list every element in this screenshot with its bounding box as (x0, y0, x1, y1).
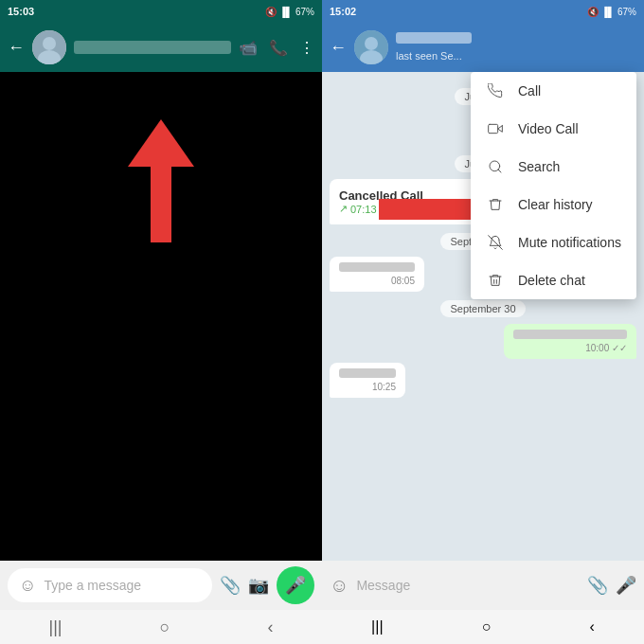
left-panel: 15:03 🔇 ▐▌ 67% ← 📹 📞 ⋮ (0, 0, 322, 644)
left-time: 15:03 (8, 6, 34, 17)
right-avatar-image (354, 30, 388, 64)
video-call-icon[interactable]: 📹 (239, 39, 258, 57)
mute-menu-icon (486, 235, 505, 250)
menu-item-mute[interactable]: Mute notifications (471, 224, 636, 261)
video-svg (488, 121, 503, 136)
nav-back-icon[interactable]: ‹ (267, 617, 273, 637)
bubble-time-3: 10:00 ✓✓ (513, 343, 627, 353)
trash-svg (488, 273, 503, 288)
arrow-icon: ↗ (339, 203, 348, 215)
menu-item-search[interactable]: Search (471, 148, 636, 186)
call-menu-icon (486, 83, 505, 98)
signal-icon-right: ▐▌ (601, 7, 615, 17)
right-chat-header: ← last seen Se... (322, 23, 644, 72)
mute-icon: 🔇 (265, 7, 277, 17)
clear-history-menu-label: Clear history (518, 197, 593, 212)
right-contact-name (396, 32, 472, 44)
bubble-time-4: 10:25 (339, 382, 396, 392)
delete-chat-menu-label: Delete chat (518, 273, 585, 288)
attachment-icon[interactable]: 📎 (220, 575, 241, 596)
svg-line-10 (489, 236, 503, 250)
right-message-placeholder: Message (356, 578, 410, 593)
call-menu-label: Call (518, 83, 541, 98)
bubble-time-2: 08:05 (339, 276, 415, 286)
bubble-content-3 (513, 330, 627, 339)
right-input-bar: ☺ Message 📎 🎤 (322, 561, 644, 610)
left-chat-header: ← 📹 📞 ⋮ (0, 23, 322, 72)
right-nav-home-icon[interactable]: ○ (482, 618, 492, 635)
header-action-icons: 📹 📞 ⋮ (239, 39, 314, 57)
emoji-icon[interactable]: ☺ (19, 576, 36, 596)
search-svg (488, 159, 503, 174)
mute-icon-right: 🔇 (587, 7, 599, 17)
video-call-menu-label: Video Call (518, 121, 579, 136)
right-time: 15:02 (330, 6, 356, 17)
right-panel: 15:02 🔇 ▐▌ 67% ← last seen Se... (322, 0, 644, 644)
contact-avatar (32, 30, 66, 64)
right-attachment-icon[interactable]: 📎 (587, 575, 608, 596)
right-contact-avatar (354, 30, 388, 64)
date-badge-sep30: September 30 (330, 299, 636, 316)
camera-icon[interactable]: 📷 (248, 575, 269, 596)
delete-chat-menu-icon (486, 273, 505, 288)
svg-point-4 (365, 37, 378, 50)
search-menu-icon (486, 159, 505, 174)
right-mic-icon[interactable]: 🎤 (616, 575, 636, 596)
menu-item-clear-history[interactable]: Clear history (471, 186, 636, 224)
signal-icon: ▐▌ (279, 7, 293, 17)
menu-item-call[interactable]: Call (471, 72, 636, 110)
svg-marker-7 (498, 126, 503, 133)
cancelled-call-time-text: 07:13 (350, 204, 377, 215)
avatar-image (32, 30, 66, 64)
mic-button[interactable]: 🎤 (277, 566, 314, 604)
message-bubble-3: 10:00 ✓✓ (330, 324, 636, 359)
left-nav-bar: ||| ○ ‹ (0, 610, 322, 644)
context-menu: Call Video Call Search Clear history (471, 72, 636, 299)
last-seen-text: last seen Se... (396, 50, 462, 62)
arrow-up-head (128, 119, 194, 167)
right-status-icons: 🔇 ▐▌ 67% (587, 7, 636, 17)
menu-item-delete-chat[interactable]: Delete chat (471, 261, 636, 299)
video-call-menu-icon (486, 121, 505, 136)
right-message-input[interactable]: Message (356, 568, 580, 602)
phone-svg (488, 83, 503, 98)
bubble-content-2 (339, 262, 415, 272)
arrow-up-indicator (128, 119, 194, 242)
right-back-button[interactable]: ← (330, 38, 347, 58)
search-menu-label: Search (518, 159, 560, 174)
left-status-bar: 15:03 🔇 ▐▌ 67% (0, 0, 322, 23)
right-emoji-icon[interactable]: ☺ (330, 575, 349, 597)
right-nav-recents-icon[interactable]: ||| (371, 618, 383, 635)
received-bubble-2: 10:25 (330, 363, 405, 398)
message-bubble-4: 10:25 (330, 363, 636, 398)
nav-recents-icon[interactable]: ||| (49, 617, 63, 637)
more-options-icon[interactable]: ⋮ (299, 39, 314, 57)
left-input-bar: ☺ Type a message 📎 📷 🎤 (0, 561, 322, 610)
arrow-right-body (379, 199, 474, 220)
left-chat-area (0, 72, 322, 561)
back-button[interactable]: ← (8, 38, 25, 58)
right-nav-bar: ||| ○ ‹ (322, 610, 644, 644)
right-nav-back-icon[interactable]: ‹ (590, 618, 595, 635)
right-status-bar: 15:02 🔇 ▐▌ 67% (322, 0, 644, 23)
phone-icon[interactable]: 📞 (269, 39, 288, 57)
nav-home-icon[interactable]: ○ (160, 617, 170, 637)
bubble-content-4 (339, 368, 396, 378)
mute-menu-label: Mute notifications (518, 235, 621, 250)
battery-icon: 67% (295, 7, 314, 17)
message-input-area[interactable]: ☺ Type a message (8, 568, 212, 602)
clear-history-menu-icon (486, 197, 505, 212)
battery-icon-right: 67% (617, 7, 636, 17)
menu-item-video-call[interactable]: Video Call (471, 110, 636, 148)
clear-svg (488, 197, 503, 212)
bell-svg (488, 235, 503, 250)
arrow-up-body (151, 167, 171, 242)
sent-bubble-2: 10:00 ✓✓ (504, 324, 636, 359)
message-placeholder: Type a message (44, 578, 201, 593)
right-contact-info: last seen Se... (396, 32, 636, 63)
left-status-icons: 🔇 ▐▌ 67% (265, 7, 314, 17)
received-bubble-1: 08:05 (330, 257, 424, 292)
svg-point-1 (43, 37, 56, 50)
svg-rect-6 (489, 124, 498, 133)
svg-line-9 (498, 170, 501, 172)
